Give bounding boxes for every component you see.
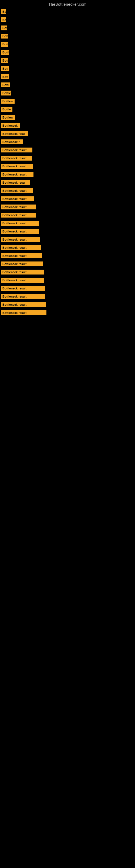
- bar-row: Bo: [0, 16, 135, 24]
- bar-row: Bottleneck result: [0, 227, 135, 236]
- bar-label: Bottleneck result: [1, 286, 45, 291]
- bar-row: Bottleneck result: [0, 292, 135, 301]
- bar-row: Bottleneck result: [0, 211, 135, 219]
- bar-row: Bottleneck result: [0, 203, 135, 211]
- bar-label: Bottleneck result: [1, 205, 36, 209]
- bar-row: Bott: [0, 56, 135, 65]
- bar-label: Bottleneck result: [1, 164, 33, 169]
- bar-row: Bottleneck resu: [0, 130, 135, 138]
- bar-label: Bottleneck result: [1, 253, 42, 258]
- bar-row: Bottleneck resu: [0, 179, 135, 187]
- bar-label: Bottleneck result: [1, 172, 34, 177]
- bar-label: Bottleneck result: [1, 294, 45, 299]
- bar-label: Bott: [1, 66, 9, 71]
- bar-label: Bottleneck result: [1, 213, 36, 218]
- bar-row: Bottl: [0, 48, 135, 56]
- bar-label: Bottleneck r: [1, 140, 23, 144]
- bar-row: Bottleneck result: [0, 154, 135, 162]
- bar-label: Bottle: [1, 91, 11, 95]
- bar-row: Bottleneck result: [0, 260, 135, 268]
- bar-label: Bott: [1, 74, 9, 79]
- bar-row: Bottlen: [0, 113, 135, 122]
- bar-label: Bottleneck result: [1, 221, 39, 226]
- bar-row: Bottleneck result: [0, 252, 135, 260]
- bar-label: Bottleneck result: [1, 237, 40, 242]
- bar-row: Bottleneck r: [0, 138, 135, 146]
- bar-row: Bottleneck result: [0, 268, 135, 276]
- bar-row: Bott: [0, 73, 135, 81]
- bar-row: Bottleneck result: [0, 301, 135, 309]
- bar-label: Bottleneck result: [1, 196, 34, 201]
- bar-label: Bott: [1, 58, 8, 63]
- bar-row: Bottleneck result: [0, 187, 135, 195]
- bar-label: Bottleneck result: [1, 261, 43, 267]
- bar-row: Bottleneck result: [0, 219, 135, 227]
- bar-row: Bottleneck result: [0, 162, 135, 170]
- bar-row: Bott: [0, 40, 135, 48]
- bar-label: Bottleneck result: [1, 148, 32, 152]
- bar-row: Bottleneck: [0, 122, 135, 130]
- bar-label: Bottleneck resu: [1, 131, 28, 136]
- bar-label: Bottlen: [1, 115, 15, 120]
- bar-label: Bottleneck result: [1, 310, 46, 315]
- bar-label: Bottleneck result: [1, 270, 44, 275]
- bar-label: Bottleneck result: [1, 302, 46, 307]
- bar-row: Bottl: [0, 81, 135, 89]
- bar-label: Bottleneck result: [1, 156, 32, 161]
- bar-row: Bottleneck result: [0, 309, 135, 317]
- bar-label: Bottleneck result: [1, 188, 33, 193]
- bar-label: Bottleneck resu: [1, 180, 30, 185]
- bar-row: Bottleneck result: [0, 195, 135, 203]
- bar-row: Bottleneck result: [0, 244, 135, 252]
- bar-label: Bottleneck: [1, 123, 20, 128]
- bar-row: Bottleneck result: [0, 284, 135, 292]
- bar-label: Bo: [1, 9, 6, 14]
- bar-row: Bottle: [0, 105, 135, 113]
- bar-row: Bot: [0, 24, 135, 32]
- bar-row: Bo: [0, 8, 135, 16]
- bar-row: Bottleneck result: [0, 276, 135, 284]
- bar-label: Bott: [1, 34, 8, 38]
- bar-label: Bott: [1, 42, 8, 46]
- bar-label: Bottle: [1, 107, 12, 112]
- bar-row: Bottle: [0, 89, 135, 97]
- bar-row: Bottlen: [0, 97, 135, 105]
- bar-label: Bottleneck result: [1, 278, 44, 283]
- bar-row: Bottleneck result: [0, 236, 135, 244]
- bar-label: Bottl: [1, 50, 9, 55]
- bar-row: Bott: [0, 32, 135, 40]
- bar-row: Bottleneck result: [0, 146, 135, 154]
- bar-label: Bottleneck result: [1, 229, 39, 234]
- site-title: TheBottlenecker.com: [0, 0, 135, 8]
- bar-label: Bot: [1, 26, 7, 30]
- bar-label: Bo: [1, 18, 6, 22]
- bar-label: Bottleneck result: [1, 245, 41, 250]
- bar-row: Bott: [0, 65, 135, 73]
- bar-label: Bottl: [1, 83, 10, 87]
- bar-label: Bottlen: [1, 99, 14, 104]
- bar-row: Bottleneck result: [0, 170, 135, 179]
